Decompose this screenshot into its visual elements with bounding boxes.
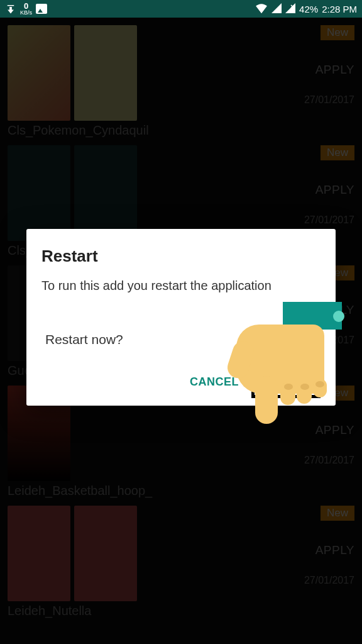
status-bar: 0 KB/s 42% 2:28 PM [0,0,362,18]
ok-button[interactable]: OK [251,366,321,398]
cancel-button[interactable]: CANCEL [182,369,246,395]
restart-dialog: Restart To run this add you restart the … [26,229,336,406]
cell-signal-nosim-icon [285,3,295,15]
download-icon [5,3,16,14]
dialog-message: To run this add you restart the applicat… [41,277,321,294]
cell-signal-icon [272,3,282,15]
wifi-icon [255,3,268,15]
dialog-question: Restart now? [45,332,321,347]
picture-icon [36,4,47,14]
status-right: 42% 2:28 PM [255,3,357,15]
status-left: 0 KB/s [5,2,47,16]
battery-percentage: 42% [299,4,318,14]
clock: 2:28 PM [322,4,357,14]
network-speed: 0 KB/s [20,2,32,16]
speed-unit: KB/s [20,10,32,16]
dialog-buttons: CANCEL OK [41,366,321,398]
app-content: Cls_Pokemon_Cyndaquil New APPLY 27/01/20… [0,18,362,644]
dialog-title: Restart [41,247,321,266]
